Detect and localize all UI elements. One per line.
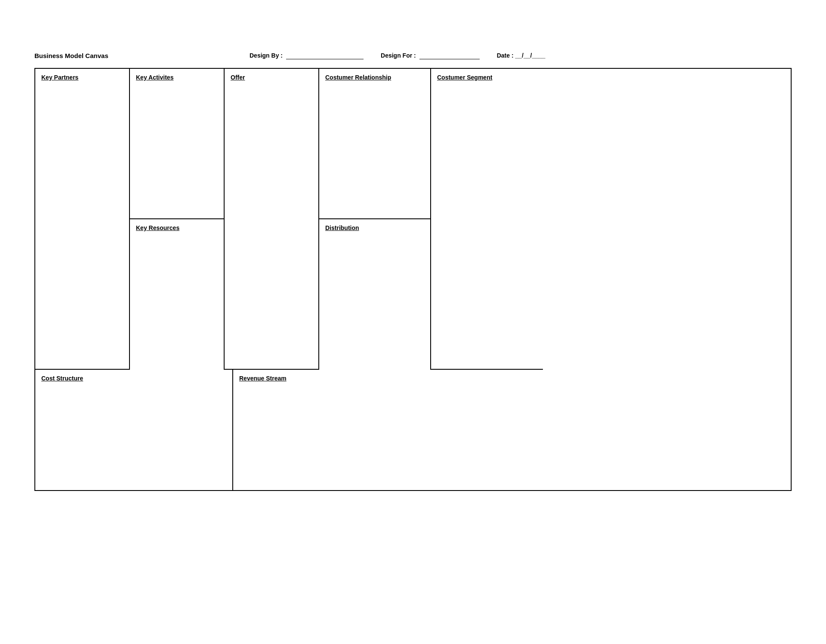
page-title: Business Model Canvas [34, 52, 129, 59]
design-for-input[interactable] [419, 52, 480, 59]
costumer-segment-cell[interactable]: Costumer Segment [431, 69, 543, 370]
key-activites-cell[interactable]: Key Activites [130, 69, 225, 219]
costumer-relationship-label: Costumer Relationship [325, 74, 391, 81]
key-partners-cell[interactable]: Key Partners [35, 69, 130, 370]
costumer-segment-label: Costumer Segment [437, 74, 492, 81]
offer-label: Offer [231, 74, 245, 81]
design-for-label: Design For : [381, 52, 416, 59]
canvas-top-grid: Key Partners Key Activites Offer Costume… [35, 69, 791, 370]
offer-cell[interactable]: Offer [225, 69, 319, 370]
design-by-input[interactable] [286, 52, 364, 59]
canvas: Key Partners Key Activites Offer Costume… [34, 68, 792, 491]
date-label: Date : __/__/____ [497, 52, 546, 59]
cost-structure-label: Cost Structure [41, 375, 83, 382]
revenue-stream-label: Revenue Stream [239, 375, 287, 382]
date-field: Date : __/__/____ [497, 52, 546, 59]
revenue-stream-cell[interactable]: Revenue Stream [233, 370, 791, 490]
design-for-field: Design For : [381, 52, 480, 59]
key-resources-label: Key Resources [136, 224, 179, 231]
distribution-label: Distribution [325, 224, 359, 231]
key-activites-label: Key Activites [136, 74, 173, 81]
header-row: Business Model Canvas Design By : Design… [34, 52, 792, 59]
header-fields: Design By : Design For : Date : __/__/__… [250, 52, 546, 59]
key-resources-cell[interactable]: Key Resources [130, 219, 225, 370]
distribution-cell[interactable]: Distribution [319, 219, 431, 370]
key-partners-label: Key Partners [41, 74, 78, 81]
page-container: Business Model Canvas Design By : Design… [0, 0, 826, 525]
cost-structure-cell[interactable]: Cost Structure [35, 370, 233, 490]
design-by-label: Design By : [250, 52, 283, 59]
design-by-field: Design By : [250, 52, 364, 59]
costumer-relationship-cell[interactable]: Costumer Relationship [319, 69, 431, 219]
canvas-bottom-grid: Cost Structure Revenue Stream [35, 370, 791, 490]
